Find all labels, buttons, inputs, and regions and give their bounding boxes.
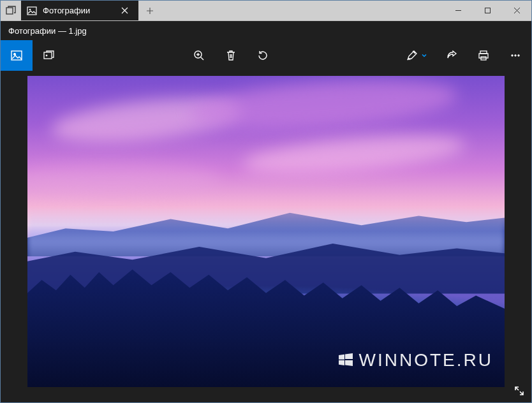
fullscreen-button[interactable] bbox=[514, 385, 525, 399]
tab-title: Фотографии bbox=[43, 6, 90, 15]
svg-point-2 bbox=[29, 8, 31, 10]
svg-rect-1 bbox=[27, 7, 36, 15]
photos-icon bbox=[26, 5, 38, 17]
tab-close-button[interactable] bbox=[115, 7, 133, 14]
delete-button[interactable] bbox=[215, 40, 247, 71]
new-tab-button[interactable] bbox=[138, 1, 161, 20]
edit-button[interactable] bbox=[397, 49, 436, 62]
tab-active[interactable]: Фотографии bbox=[21, 1, 138, 20]
share-button[interactable] bbox=[436, 40, 468, 71]
print-button[interactable] bbox=[468, 40, 499, 71]
close-button[interactable] bbox=[502, 1, 531, 20]
window-controls bbox=[443, 1, 531, 20]
view-photo-button[interactable] bbox=[1, 40, 33, 71]
watermark-text: WINNOTE.RU bbox=[359, 350, 493, 370]
file-title-text: Фотографии — 1.jpg bbox=[8, 26, 87, 36]
svg-point-5 bbox=[13, 53, 15, 55]
minimize-button[interactable] bbox=[443, 1, 473, 20]
chevron-down-icon bbox=[421, 51, 427, 61]
toolbar bbox=[1, 40, 531, 71]
svg-rect-10 bbox=[479, 54, 488, 58]
windows-logo-icon bbox=[337, 352, 354, 369]
svg-rect-4 bbox=[11, 51, 22, 60]
svg-point-14 bbox=[518, 55, 519, 56]
task-view-icon[interactable] bbox=[1, 1, 21, 20]
svg-rect-6 bbox=[44, 52, 52, 59]
svg-point-7 bbox=[46, 55, 47, 56]
watermark: WINNOTE.RU bbox=[337, 350, 493, 370]
photo-content[interactable]: WINNOTE.RU bbox=[27, 76, 505, 387]
maximize-button[interactable] bbox=[473, 1, 502, 20]
svg-rect-3 bbox=[485, 8, 490, 13]
rotate-button[interactable] bbox=[247, 40, 279, 71]
file-title: Фотографии — 1.jpg bbox=[1, 21, 531, 40]
compare-button[interactable] bbox=[33, 40, 64, 71]
more-button[interactable] bbox=[499, 40, 531, 71]
svg-rect-0 bbox=[6, 8, 13, 14]
titlebar: Фотографии bbox=[1, 1, 531, 21]
svg-point-13 bbox=[515, 55, 516, 56]
zoom-button[interactable] bbox=[183, 40, 215, 71]
image-canvas: WINNOTE.RU bbox=[1, 71, 531, 402]
svg-point-12 bbox=[512, 55, 513, 56]
